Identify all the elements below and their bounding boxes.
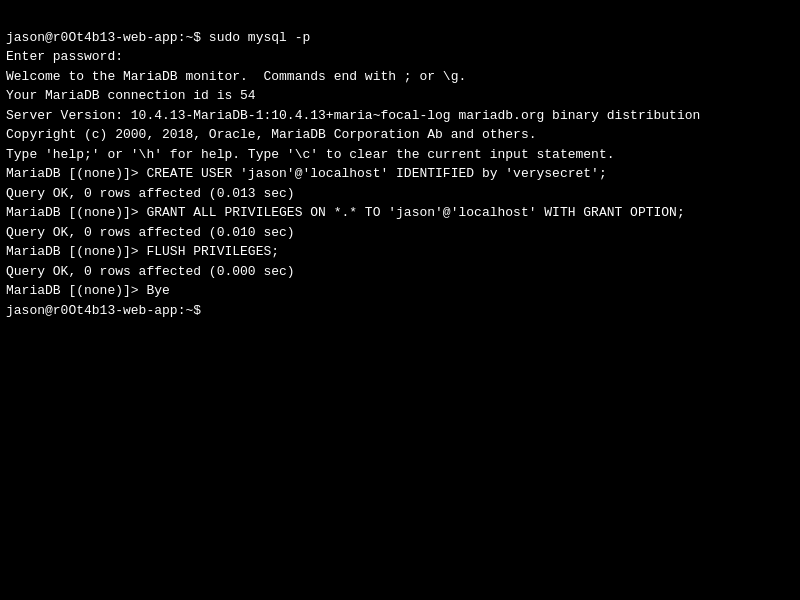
terminal-line: jason@r0Ot4b13-web-app:~$ sudo mysql -p — [6, 28, 794, 48]
terminal-line: Welcome to the MariaDB monitor. Commands… — [6, 67, 794, 87]
terminal-line: jason@r0Ot4b13-web-app:~$ — [6, 301, 794, 321]
terminal-line: Your MariaDB connection id is 54 — [6, 86, 794, 106]
terminal-line: Query OK, 0 rows affected (0.010 sec) — [6, 223, 794, 243]
terminal-line: MariaDB [(none)]> GRANT ALL PRIVILEGES O… — [6, 203, 794, 223]
terminal-line: Query OK, 0 rows affected (0.000 sec) — [6, 262, 794, 282]
terminal-line: MariaDB [(none)]> CREATE USER 'jason'@'l… — [6, 164, 794, 184]
terminal-line: MariaDB [(none)]> FLUSH PRIVILEGES; — [6, 242, 794, 262]
terminal-window[interactable]: jason@r0Ot4b13-web-app:~$ sudo mysql -pE… — [0, 0, 800, 600]
terminal-line: Query OK, 0 rows affected (0.013 sec) — [6, 184, 794, 204]
terminal-line: Enter password: — [6, 47, 794, 67]
terminal-line: Copyright (c) 2000, 2018, Oracle, MariaD… — [6, 125, 794, 145]
terminal-line: Type 'help;' or '\h' for help. Type '\c'… — [6, 145, 794, 165]
terminal-line: Server Version: 10.4.13-MariaDB-1:10.4.1… — [6, 106, 794, 126]
terminal-line: MariaDB [(none)]> Bye — [6, 281, 794, 301]
